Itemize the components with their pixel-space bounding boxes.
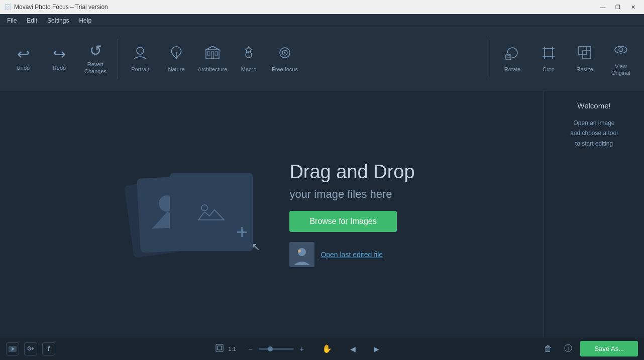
minimize-button[interactable]: — [596,2,610,12]
undo-icon: ↩ [17,47,30,62]
redo-icon: ↪ [53,47,66,62]
social-icons: G+ f [6,342,55,355]
bottom-toolbar: G+ f 1:1 − [0,337,644,360]
free-focus-label: Free focus [272,66,298,73]
zoom-label: 1:1 [229,346,243,352]
architecture-button[interactable]: Architecture [194,32,231,87]
zoom-out-button[interactable]: − [245,343,257,355]
resize-label: Resize [576,66,593,73]
macro-label: Macro [241,66,257,73]
facebook-icon[interactable]: f [42,342,55,355]
zoom-in-button[interactable]: + [296,343,308,355]
view-original-label: ViewOriginal [611,63,630,76]
nature-label: Nature [168,66,184,73]
canvas-area[interactable]: + ↖ Drag and Drop your image files here … [0,91,544,337]
photo-main-inner: + [197,201,225,223]
last-edited-thumbnail [289,242,314,267]
free-focus-button[interactable]: Free focus [267,32,303,87]
svg-point-24 [615,46,627,53]
svg-rect-19 [545,49,553,57]
toolbar-group-edit: ↩ Undo ↪ Redo ↺ RevertChanges [5,27,114,91]
zoom-controls: 1:1 − + [212,342,308,355]
view-original-button[interactable]: ViewOriginal [603,32,639,87]
undo-label: Undo [17,65,30,71]
prev-button[interactable]: ◀ [346,343,360,355]
rotate-icon [504,45,520,63]
nature-button[interactable]: Nature [158,32,194,87]
title-text: Movavi Photo Focus – Trial version [14,4,108,11]
youtube-icon[interactable] [6,342,19,355]
view-original-icon [613,42,629,60]
svg-point-0 [137,47,144,54]
title-bar: 🖼 Movavi Photo Focus – Trial version — ❐… [0,0,644,14]
resize-icon [577,45,593,63]
rotate-label: Rotate [504,66,520,73]
bottom-right-controls: 🗑 ⓘ Save As... [540,341,638,356]
fit-screen-button[interactable] [212,342,227,355]
revert-icon: ↺ [89,43,102,58]
toolbar-group-transform: Rotate Crop [494,27,639,91]
svg-point-27 [201,205,207,211]
undo-button[interactable]: ↩ Undo [5,32,41,87]
browse-images-button[interactable]: Browse for Images [289,211,396,232]
title-bar-left: 🖼 Movavi Photo Focus – Trial version [4,3,108,11]
menu-settings[interactable]: Settings [42,16,74,26]
architecture-icon [204,45,221,63]
svg-point-30 [298,250,301,253]
portrait-label: Portrait [131,66,149,73]
restore-button[interactable]: ❐ [611,2,625,12]
revert-label: RevertChanges [84,61,106,74]
architecture-label: Architecture [198,66,228,73]
portrait-icon [132,45,148,63]
zoom-slider[interactable] [259,348,294,350]
app-icon: 🖼 [4,3,11,11]
portrait-button[interactable]: Portrait [122,32,158,87]
drop-zone: + ↖ Drag and Drop your image files here … [129,161,414,267]
hand-tool-button[interactable]: ✋ [318,342,336,355]
svg-point-25 [619,48,623,52]
menu-help[interactable]: Help [74,16,96,26]
close-button[interactable]: ✕ [626,2,640,12]
last-edited-row: Open last edited file [289,242,383,267]
main-area: + ↖ Drag and Drop your image files here … [0,91,644,337]
redo-button[interactable]: ↪ Redo [41,32,77,87]
drop-icon-area: + ↖ [129,164,259,265]
svg-rect-4 [211,52,214,59]
revert-button[interactable]: ↺ RevertChanges [77,32,114,87]
menu-edit[interactable]: Edit [22,16,42,26]
facebook-label: f [48,345,50,352]
nature-icon [168,45,184,63]
svg-rect-33 [216,344,223,351]
free-focus-icon [277,45,293,63]
toolbar-separator-1 [118,39,118,79]
title-bar-controls: — ❐ ✕ [596,2,640,12]
svg-point-11 [284,52,286,54]
rotate-button[interactable]: Rotate [494,32,530,87]
macro-button[interactable]: Macro [231,32,267,87]
svg-rect-3 [207,52,210,55]
delete-button[interactable]: 🗑 [540,342,556,355]
save-as-button[interactable]: Save As... [580,341,638,356]
svg-rect-5 [215,52,218,55]
toolbar-separator-2 [490,39,490,79]
crop-icon [541,45,557,63]
drag-drop-subtitle: your image files here [289,188,392,201]
bottom-center: 1:1 − + ✋ ◀ ▶ [59,342,536,355]
right-panel: Welcome! Open an imageand choose a toolt… [544,91,644,337]
googleplus-label: G+ [27,346,34,351]
googleplus-icon[interactable]: G+ [24,342,37,355]
svg-line-6 [206,46,212,50]
info-button[interactable]: ⓘ [560,341,576,356]
drop-text-area: Drag and Drop your image files here Brow… [289,161,414,267]
next-button[interactable]: ▶ [370,343,383,355]
resize-button[interactable]: Resize [567,32,603,87]
crop-button[interactable]: Crop [530,32,567,87]
svg-line-7 [212,46,219,50]
open-last-edited-link[interactable]: Open last edited file [320,251,383,259]
menu-bar: File Edit Settings Help [0,14,644,27]
crop-label: Crop [543,66,555,73]
macro-icon [241,45,257,63]
menu-file[interactable]: File [2,16,22,26]
welcome-description: Open an imageand choose a toolto start e… [552,118,636,149]
photo-main: + ↖ [170,173,253,251]
